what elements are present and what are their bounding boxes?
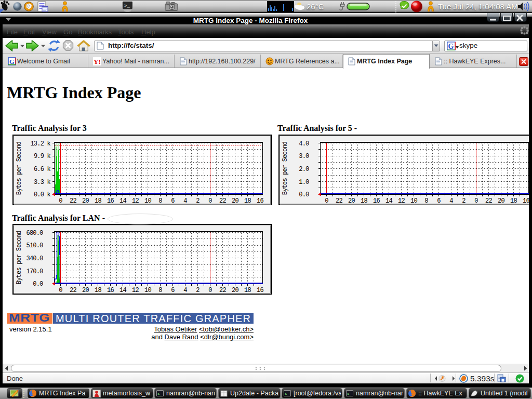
svg-text:10: 10 bbox=[144, 197, 151, 205]
svg-text:18: 18 bbox=[244, 197, 251, 205]
svg-text:3.0: 3.0 bbox=[299, 153, 309, 160]
svg-text:$_: $_ bbox=[348, 392, 352, 396]
svg-text:6.6 k: 6.6 k bbox=[34, 166, 51, 173]
svg-text:3.3 k: 3.3 k bbox=[34, 179, 51, 186]
svg-text:12: 12 bbox=[398, 197, 405, 205]
svg-text:4: 4 bbox=[183, 197, 187, 205]
svg-text:G: G bbox=[9, 58, 15, 65]
svg-text:0: 0 bbox=[208, 197, 212, 205]
svg-text:4.0: 4.0 bbox=[299, 140, 309, 148]
svg-text:20: 20 bbox=[232, 287, 238, 294]
svg-text:18: 18 bbox=[95, 197, 101, 205]
svg-text:10: 10 bbox=[144, 287, 151, 294]
svg-text:16: 16 bbox=[257, 287, 263, 294]
svg-text:$_: $_ bbox=[285, 392, 289, 396]
svg-text:16: 16 bbox=[257, 197, 263, 205]
svg-text:G: G bbox=[448, 43, 454, 50]
svg-text:18: 18 bbox=[510, 197, 517, 205]
svg-text:0: 0 bbox=[59, 287, 62, 294]
svg-text:22: 22 bbox=[70, 197, 76, 205]
svg-text:680.0: 680.0 bbox=[26, 230, 43, 237]
svg-text:Y!: Y! bbox=[94, 58, 101, 65]
svg-text:Tue Jul 24, 1:04:08 AM: Tue Jul 24, 1:04:08 AM bbox=[438, 2, 518, 11]
svg-text:8: 8 bbox=[158, 197, 162, 205]
svg-text:2.0: 2.0 bbox=[299, 166, 309, 173]
svg-text:12: 12 bbox=[132, 287, 139, 294]
svg-text:14: 14 bbox=[119, 197, 126, 205]
svg-text:14: 14 bbox=[119, 287, 126, 294]
svg-text:>_: >_ bbox=[124, 4, 130, 9]
svg-text:16: 16 bbox=[107, 197, 114, 205]
svg-text:0: 0 bbox=[59, 197, 62, 205]
svg-text:6: 6 bbox=[437, 197, 441, 205]
svg-text:340.0: 340.0 bbox=[26, 255, 43, 262]
svg-text:16: 16 bbox=[107, 287, 114, 294]
svg-text:14: 14 bbox=[385, 197, 392, 205]
svg-text:0.0: 0.0 bbox=[33, 281, 43, 288]
svg-text:22: 22 bbox=[70, 287, 76, 294]
svg-text:510.0: 510.0 bbox=[26, 242, 43, 249]
svg-text:10: 10 bbox=[410, 197, 417, 205]
svg-text:0: 0 bbox=[325, 197, 328, 205]
svg-text:20: 20 bbox=[498, 197, 504, 205]
svg-text:2: 2 bbox=[462, 197, 466, 205]
svg-text:18: 18 bbox=[95, 287, 101, 294]
svg-text:13.2 k: 13.2 k bbox=[30, 140, 50, 148]
svg-text:Bytes per Second: Bytes per Second bbox=[16, 231, 23, 284]
svg-text:9.9 k: 9.9 k bbox=[34, 153, 51, 160]
svg-text:0: 0 bbox=[208, 287, 212, 294]
svg-text:20: 20 bbox=[82, 287, 89, 294]
svg-text:20: 20 bbox=[232, 197, 238, 205]
svg-text:6: 6 bbox=[171, 197, 175, 205]
svg-text:$_: $_ bbox=[158, 392, 162, 396]
svg-text:0.0 k: 0.0 k bbox=[34, 191, 51, 198]
svg-text:4: 4 bbox=[449, 197, 453, 205]
svg-text:22: 22 bbox=[336, 197, 342, 205]
svg-text:0: 0 bbox=[474, 197, 478, 205]
svg-text:8: 8 bbox=[158, 287, 162, 294]
svg-text:1.0: 1.0 bbox=[299, 179, 309, 186]
svg-text:20: 20 bbox=[348, 197, 355, 205]
svg-text:22: 22 bbox=[219, 197, 226, 205]
svg-text:6: 6 bbox=[171, 287, 175, 294]
svg-text:18: 18 bbox=[361, 197, 367, 205]
svg-text:22: 22 bbox=[219, 287, 226, 294]
svg-text:4: 4 bbox=[183, 287, 187, 294]
svg-text:2: 2 bbox=[196, 197, 200, 205]
svg-text:0.0: 0.0 bbox=[299, 191, 309, 198]
svg-text:22: 22 bbox=[485, 197, 492, 205]
svg-text:Bytes per Second: Bytes per Second bbox=[16, 141, 23, 195]
svg-text:8: 8 bbox=[424, 197, 428, 205]
svg-text:12: 12 bbox=[132, 197, 139, 205]
svg-text:20: 20 bbox=[82, 197, 89, 205]
svg-text:Bytes per Second: Bytes per Second bbox=[282, 141, 289, 195]
svg-text:170.0: 170.0 bbox=[26, 268, 43, 275]
svg-text:2: 2 bbox=[196, 287, 200, 294]
svg-text:26°C: 26°C bbox=[307, 2, 324, 11]
svg-text:16: 16 bbox=[373, 197, 380, 205]
svg-text:18: 18 bbox=[244, 287, 251, 294]
